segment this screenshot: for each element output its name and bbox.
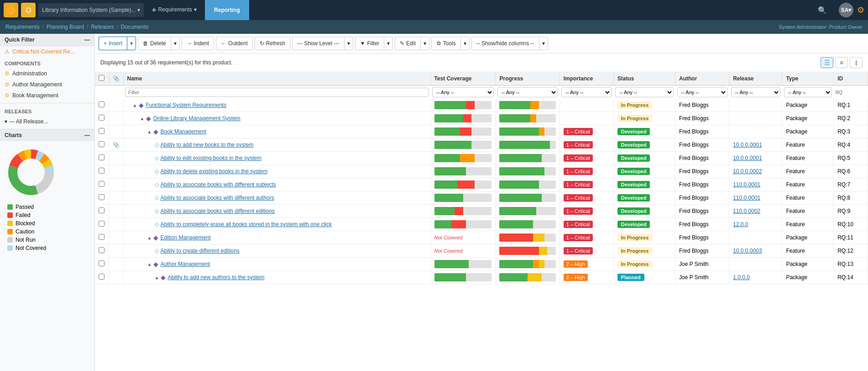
outdent-button[interactable]: ← Outdent [216, 37, 253, 50]
filter-release-cell[interactable]: -- Any -- [729, 85, 782, 99]
row-checkbox[interactable] [99, 101, 105, 107]
author-filter-select[interactable]: -- Any -- [677, 87, 727, 97]
status-filter-select[interactable]: -- Any -- [615, 87, 673, 97]
req-link-rq1[interactable]: Functional System Requirements [146, 102, 226, 108]
user-avatar[interactable]: SA ▾ [839, 3, 853, 17]
sidebar-item-book-management[interactable]: ⚙ Book Management [0, 90, 94, 101]
req-link-rq13[interactable]: Author Management [160, 261, 210, 267]
release-link[interactable]: 10.0.0.0003 [733, 248, 762, 254]
expand-icon[interactable]: ▲ [147, 129, 152, 134]
delete-button[interactable]: 🗑 Delete [138, 37, 171, 50]
view-list-btn[interactable]: ≡ [835, 57, 848, 68]
release-link[interactable]: 110.0.0001 [733, 181, 760, 188]
settings-icon[interactable]: ⚙ [857, 5, 864, 15]
col-progress[interactable]: Progress [496, 72, 559, 85]
view-split-btn[interactable]: ⫿ [850, 57, 863, 68]
req-link-rq6[interactable]: Ability to delete existing books in the … [161, 168, 268, 175]
search-icon[interactable]: 🔍 [812, 4, 832, 16]
release-filter-select[interactable]: -- Any -- [731, 87, 780, 97]
row-checkbox[interactable] [99, 274, 105, 280]
filter-importance-cell[interactable]: -- Any -- [559, 85, 613, 99]
release-link[interactable]: 110.0.0001 [733, 195, 760, 201]
edit-button[interactable]: ✎ Edit [395, 37, 420, 50]
req-link-rq8[interactable]: Ability to associate books with differen… [161, 195, 274, 201]
filter-name-cell[interactable] [123, 85, 430, 99]
col-test-coverage[interactable]: Test Coverage [430, 72, 496, 85]
row-checkbox[interactable] [99, 141, 105, 147]
col-status[interactable]: Status [613, 72, 675, 85]
row-checkbox[interactable] [99, 207, 105, 213]
expand-icon[interactable]: ▲ [140, 116, 145, 121]
sidebar-item-administration[interactable]: ⚙ Administration [0, 68, 94, 79]
filter-button[interactable]: ▼ Filter [355, 37, 384, 50]
logo-orange[interactable]: 🌼 [4, 3, 18, 17]
filter-progress-cell[interactable]: -- Any -- [496, 85, 559, 99]
row-checkbox[interactable] [99, 168, 105, 174]
col-type[interactable]: Type [782, 72, 834, 85]
row-checkbox[interactable] [99, 247, 105, 253]
row-checkbox[interactable] [99, 181, 105, 187]
col-importance[interactable]: Importance [559, 72, 613, 85]
nav-reporting[interactable]: Reporting [205, 0, 249, 20]
product-selector[interactable]: Library Information System (Sample)... ▾ [38, 3, 144, 17]
req-link-rq11[interactable]: Edition Management [160, 234, 210, 241]
filter-type-cell[interactable]: -- Any -- [782, 85, 834, 99]
view-tree-btn[interactable]: ☰ [821, 57, 833, 68]
col-name[interactable]: Name [123, 72, 430, 85]
logo-hex[interactable]: ⬡ [21, 3, 36, 17]
req-link-rq5[interactable]: Ability to edit existing books in the sy… [161, 155, 261, 161]
critical-not-covered-item[interactable]: ⚠ Critical Not-Covered Re... [0, 46, 94, 57]
breadcrumb-documents[interactable]: Documents [121, 24, 149, 30]
expand-icon[interactable]: ▲ [155, 275, 159, 280]
indent-button[interactable]: → Indent [182, 37, 214, 50]
delete-dropdown[interactable]: ▾ [171, 37, 180, 50]
release-link[interactable]: 10.0.0.0002 [733, 168, 762, 175]
show-level-dropdown[interactable]: ▾ [344, 37, 353, 50]
req-link-rq4[interactable]: Ability to add new books to the system [161, 142, 254, 148]
req-link-rq2[interactable]: Online Library Management System [153, 115, 240, 122]
filter-dropdown[interactable]: ▾ [384, 37, 393, 50]
req-link-rq7[interactable]: Ability to associate books with differen… [161, 181, 276, 188]
tools-dropdown[interactable]: ▾ [460, 37, 470, 50]
release-link[interactable]: 10.0.0.0001 [733, 155, 762, 161]
breadcrumb-requirements[interactable]: Requirements [5, 24, 40, 30]
col-id[interactable]: ID [834, 72, 868, 85]
filter-coverage-cell[interactable]: -- Any -- [430, 85, 496, 99]
col-release[interactable]: Release [729, 72, 782, 85]
release-link[interactable]: 1.0.0.0 [733, 274, 750, 281]
show-hide-dropdown[interactable]: ▾ [539, 37, 548, 50]
row-checkbox[interactable] [99, 154, 105, 160]
breadcrumb-planning[interactable]: Planning Board [47, 24, 84, 30]
release-all-item[interactable]: ▾ --- All Release... [0, 116, 94, 127]
col-author[interactable]: Author [675, 72, 729, 85]
release-link[interactable]: 110.0.0002 [733, 208, 760, 214]
progress-filter-select[interactable]: -- Any -- [497, 87, 558, 97]
nav-requirements[interactable]: ◆ Requirements ▾ [146, 0, 202, 20]
type-filter-select[interactable]: -- Any -- [784, 87, 832, 97]
sidebar-minimize-icon[interactable]: — [84, 37, 90, 43]
row-checkbox[interactable] [99, 234, 105, 240]
coverage-filter-select[interactable]: -- Any -- [432, 87, 494, 97]
expand-icon[interactable]: ▲ [147, 262, 152, 267]
req-link-rq10[interactable]: Ability to completely erase all books st… [161, 221, 332, 228]
edit-dropdown[interactable]: ▾ [420, 37, 429, 50]
show-hide-button[interactable]: -- Show/hide columns -- [471, 37, 539, 50]
refresh-button[interactable]: ↻ Refresh [255, 37, 290, 50]
requirements-table-wrapper[interactable]: 📎 Name Test Coverage Progress Importance… [95, 72, 868, 371]
req-link-rq3[interactable]: Book Management [160, 128, 206, 135]
row-checkbox[interactable] [99, 128, 105, 134]
importance-filter-select[interactable]: -- Any -- [561, 87, 612, 97]
req-link-rq14[interactable]: Ability to add new authors to the system [167, 274, 264, 281]
expand-icon[interactable]: ▲ [133, 103, 137, 108]
select-all-checkbox[interactable] [99, 75, 105, 81]
release-link[interactable]: 10.0.0.0001 [733, 142, 762, 148]
name-filter-input[interactable] [125, 88, 429, 97]
release-link[interactable]: 12.0.0 [733, 221, 748, 228]
filter-author-cell[interactable]: -- Any -- [675, 85, 729, 99]
show-level-selector[interactable]: --- Show Level --- [292, 37, 344, 50]
insert-button[interactable]: + Insert [99, 37, 127, 50]
sidebar-item-author-management[interactable]: ⚙ Author Management [0, 79, 94, 90]
row-checkbox[interactable] [99, 221, 105, 227]
tools-button[interactable]: ⚙ Tools [431, 37, 460, 50]
expand-icon[interactable]: ▲ [147, 235, 152, 240]
